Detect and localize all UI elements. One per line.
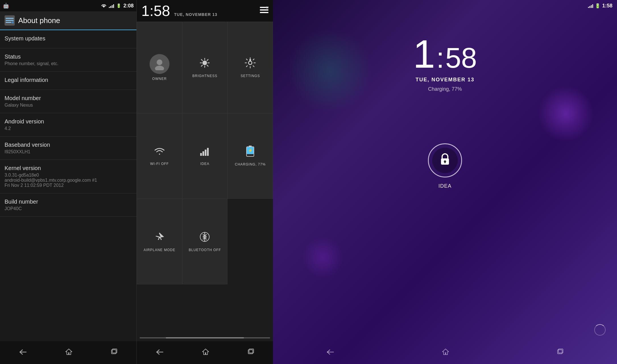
svg-point-24 (249, 61, 252, 65)
lock-home-button[interactable] (436, 345, 455, 361)
svg-point-15 (202, 61, 207, 65)
qs-tile-airplane[interactable]: AIRPLANE MODE (137, 199, 182, 284)
about-item-legal[interactable]: Legal information (0, 72, 136, 90)
about-header-icon (5, 15, 15, 26)
svg-rect-1 (6, 20, 14, 21)
svg-rect-2 (6, 22, 11, 23)
svg-rect-31 (249, 146, 252, 147)
lock-screen-panel: 🔋 1:58 1 : 58 TUE, NOVEMBER 13 Charging,… (273, 0, 617, 364)
signal-bars-icon (109, 3, 114, 8)
svg-line-23 (201, 65, 202, 66)
lock-carrier-label: IDEA (438, 183, 452, 189)
about-item-system-updates[interactable]: System updates (0, 30, 136, 48)
qs-tile-owner[interactable]: OWNER (137, 22, 182, 113)
qs-tile-brightness[interactable]: BRIGHTNESS (182, 22, 228, 113)
about-item-kernel-title: Kernel version (5, 165, 132, 171)
qs-tile-bluetooth[interactable]: BLUETOOTH OFF (182, 199, 228, 284)
bluetooth-off-icon (200, 231, 210, 245)
battery-icon: 🔋 (116, 3, 121, 8)
qs-back-icon (156, 348, 164, 357)
lock-unlock-area: IDEA (428, 143, 462, 189)
lock-status-bar: 🔋 1:58 (273, 0, 617, 11)
wifi-status-icon (101, 3, 107, 9)
about-item-android-title: Android version (5, 118, 132, 125)
about-nav-bar (0, 341, 136, 364)
about-home-button[interactable] (59, 345, 78, 361)
about-item-baseband-subtitle: I9250XXLH1 (5, 149, 132, 154)
about-recents-button[interactable] (105, 345, 123, 360)
lock-date: TUE, NOVEMBER 13 (415, 77, 474, 83)
about-content: System updates Status Phone number, sign… (0, 30, 136, 341)
lock-hour: 1 (413, 34, 435, 74)
lock-ring-inner (432, 148, 458, 173)
qs-tile-wifi-label: WI-FI OFF (150, 162, 169, 166)
recents-icon (111, 348, 117, 357)
signal-idea-icon (200, 146, 210, 159)
about-item-status[interactable]: Status Phone number, signal, etc. (0, 48, 136, 72)
brightness-icon (199, 57, 210, 71)
qs-tile-settings-label: SETTINGS (241, 74, 260, 78)
about-item-model[interactable]: Model number Galaxy Nexus (0, 90, 136, 113)
settings-icon (245, 57, 256, 71)
qs-recents-icon (247, 348, 254, 357)
svg-rect-29 (207, 148, 209, 156)
about-item-kernel[interactable]: Kernel version 3.0.31-gd5a18e0 android-b… (0, 160, 136, 193)
svg-rect-0 (6, 18, 14, 19)
svg-rect-3 (12, 21, 14, 23)
svg-line-22 (207, 59, 208, 61)
about-item-baseband[interactable]: Baseband version I9250XXLH1 (0, 136, 136, 160)
qs-tile-idea[interactable]: IDEA (182, 113, 228, 199)
qs-tile-owner-label: OWNER (152, 77, 167, 81)
qs-date: TUE, NOVEMBER 13 (174, 12, 217, 17)
lock-minute: 58 (445, 44, 477, 72)
qs-tile-idea-label: IDEA (200, 162, 209, 166)
about-item-model-title: Model number (5, 95, 132, 102)
about-item-system-updates-title: System updates (5, 35, 132, 42)
home-icon (65, 348, 73, 358)
lock-battery-icon: 🔋 (595, 3, 601, 9)
about-item-build[interactable]: Build number JOP40C (0, 193, 136, 217)
about-status-bar: 🤖 🔋 2:08 (0, 0, 136, 11)
qs-nav-bar (137, 341, 273, 364)
lock-signal-bars-icon (588, 3, 593, 8)
lock-ring-button[interactable] (428, 143, 462, 177)
qs-tile-settings[interactable]: SETTINGS (227, 22, 273, 113)
qs-scrollbar[interactable] (140, 337, 270, 338)
lock-back-icon (326, 348, 334, 357)
qs-tile-brightness-label: BRIGHTNESS (192, 74, 217, 78)
about-item-status-subtitle: Phone number, signal, etc. (5, 61, 132, 66)
qs-recents-button[interactable] (242, 345, 260, 360)
qs-time: 1:58 (141, 3, 170, 18)
lock-home-icon (442, 348, 450, 358)
about-item-android[interactable]: Android version 4.2 (0, 113, 136, 136)
lock-clock: 1 : 58 (413, 34, 477, 74)
quick-settings-panel: 1:58 TUE, NOVEMBER 13 OWNER (136, 0, 273, 364)
about-status-left: 🤖 (3, 3, 9, 9)
lock-recents-button[interactable] (551, 345, 569, 360)
qs-home-button[interactable] (196, 345, 215, 361)
qs-tile-charging-label: CHARGING, 77% (235, 162, 266, 166)
qs-home-icon (202, 348, 210, 358)
about-back-button[interactable] (13, 346, 33, 360)
lock-status-time: 1:58 (602, 3, 612, 9)
qs-tiles-grid: OWNER BRIGHTNESS (137, 22, 273, 284)
svg-rect-8 (260, 9, 268, 11)
svg-rect-28 (205, 150, 206, 156)
qs-back-button[interactable] (150, 345, 169, 360)
about-item-kernel-subtitle: 3.0.31-gd5a18e0 android-build@vpbs1.mtv.… (5, 173, 132, 188)
qs-tile-charging[interactable]: ⚡ CHARGING, 77% (227, 113, 273, 199)
about-item-android-subtitle: 4.2 (5, 126, 132, 131)
padlock-icon (439, 152, 451, 169)
qs-time-block: 1:58 TUE, NOVEMBER 13 (141, 3, 217, 18)
svg-rect-9 (260, 12, 268, 13)
qs-tile-airplane-label: AIRPLANE MODE (144, 248, 175, 252)
svg-rect-41 (444, 162, 446, 163)
qs-scrollbar-thumb (166, 337, 244, 338)
qs-tile-wifi[interactable]: WI-FI OFF (137, 113, 182, 199)
lock-back-button[interactable] (321, 345, 340, 360)
lock-nav-bar (273, 341, 617, 364)
airplane-mode-icon (154, 231, 165, 245)
qs-menu-button[interactable] (260, 6, 268, 15)
lock-recents-icon (557, 348, 564, 357)
svg-rect-25 (249, 59, 251, 61)
